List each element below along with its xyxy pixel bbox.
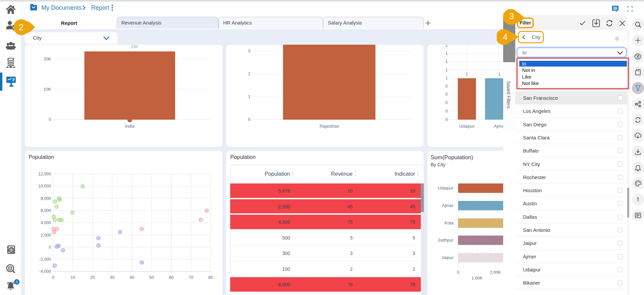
svg-text:3: 3 (248, 49, 250, 53)
svg-text:0: 0 (49, 245, 51, 250)
svg-text:0: 0 (445, 84, 448, 89)
svg-text:20K: 20K (44, 57, 51, 61)
svg-text:1.00K: 1.00K (472, 276, 483, 281)
svg-text:1: 1 (445, 76, 448, 80)
svg-text:8,000: 8,000 (41, 196, 51, 201)
svg-text:0: 0 (49, 117, 51, 122)
svg-text:Rajasthan: Rajasthan (320, 124, 339, 129)
svg-text:1: 1 (248, 94, 250, 99)
svg-text:0: 0 (248, 117, 250, 122)
svg-text:10: 10 (71, 275, 75, 280)
svg-text:1: 1 (466, 72, 468, 77)
svg-text:0: 0 (445, 92, 448, 97)
svg-text:2: 2 (19, 23, 24, 32)
svg-text:Udaipur: Udaipur (459, 124, 475, 129)
svg-text:1: 1 (445, 51, 448, 56)
svg-text:40: 40 (129, 275, 134, 280)
svg-text:0: 0 (445, 109, 448, 114)
svg-text:4,000: 4,000 (41, 220, 51, 225)
svg-text:2.00K: 2.00K (490, 270, 501, 275)
svg-text:India: India (125, 124, 135, 129)
svg-text:-2,000: -2,000 (39, 257, 51, 262)
svg-text:30: 30 (110, 275, 115, 280)
svg-text:10,000: 10,000 (38, 184, 51, 188)
svg-text:0: 0 (52, 275, 54, 280)
svg-text:2: 2 (248, 72, 250, 76)
svg-text:Kota: Kota (444, 220, 454, 225)
svg-text:2,000: 2,000 (41, 233, 51, 238)
svg-text:1: 1 (498, 72, 501, 77)
svg-text:Udaipur: Udaipur (438, 185, 453, 191)
svg-text:0: 0 (445, 117, 448, 122)
svg-text:0: 0 (445, 100, 448, 105)
svg-text:3: 3 (509, 11, 514, 21)
svg-text:12,000: 12,000 (38, 172, 51, 176)
svg-text:80: 80 (208, 275, 213, 280)
svg-text:50: 50 (149, 275, 154, 280)
svg-text:23K: 23K (131, 45, 138, 49)
svg-text:6,000: 6,000 (41, 208, 51, 213)
svg-text:60: 60 (169, 275, 174, 280)
svg-text:20: 20 (90, 275, 95, 280)
svg-text:10K: 10K (44, 87, 51, 92)
svg-text:70: 70 (189, 275, 193, 280)
svg-text:Ajmer: Ajmer (442, 203, 454, 208)
svg-text:4: 4 (503, 32, 508, 42)
svg-text:0: 0 (457, 270, 459, 275)
svg-text:1: 1 (445, 68, 448, 72)
svg-text:1: 1 (445, 59, 448, 64)
svg-text:1: 1 (445, 45, 448, 48)
svg-text:Jodhpur: Jodhpur (438, 238, 454, 243)
svg-text:-4,000: -4,000 (39, 269, 51, 274)
svg-text:Jaipur: Jaipur (442, 255, 454, 260)
